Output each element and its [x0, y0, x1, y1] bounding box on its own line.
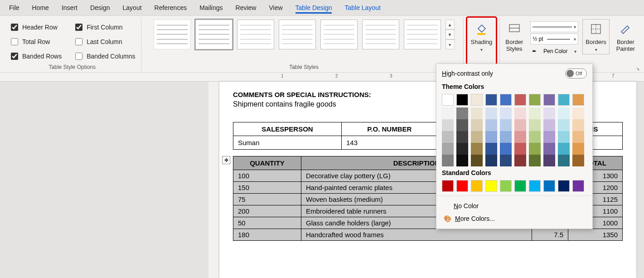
color-swatch[interactable] [471, 94, 483, 106]
color-swatch[interactable] [543, 119, 555, 131]
color-swatch[interactable] [529, 180, 541, 192]
color-swatch[interactable] [485, 119, 497, 131]
border-line-style[interactable]: ▾ [530, 21, 578, 32]
cell[interactable]: 150 [233, 182, 301, 194]
color-swatch[interactable] [456, 119, 468, 131]
color-swatch[interactable] [572, 180, 584, 192]
color-swatch[interactable] [514, 131, 526, 143]
color-swatch[interactable] [514, 107, 526, 119]
color-swatch[interactable] [514, 180, 526, 192]
color-swatch[interactable] [485, 131, 497, 143]
color-swatch[interactable] [529, 143, 541, 155]
dialog-launcher-icon[interactable]: ↘ [636, 66, 639, 71]
cell[interactable]: Handcrafted wood frames [301, 229, 532, 241]
color-swatch[interactable] [471, 107, 483, 119]
color-swatch[interactable] [442, 94, 454, 106]
borders-button[interactable]: Borders ▾ [583, 20, 609, 54]
cell[interactable]: 200 [233, 205, 301, 217]
border-styles-button[interactable]: Border Styles [503, 20, 526, 54]
color-swatch[interactable] [500, 131, 512, 143]
color-swatch[interactable] [543, 107, 555, 119]
color-swatch[interactable] [543, 180, 555, 192]
color-swatch[interactable] [471, 180, 483, 192]
color-swatch[interactable] [442, 155, 454, 166]
tab-insert[interactable]: Insert [55, 2, 84, 14]
color-swatch[interactable] [471, 131, 483, 143]
chk-last-column[interactable]: Last Column [73, 37, 135, 47]
color-swatch[interactable] [558, 119, 570, 131]
color-swatch[interactable] [572, 143, 584, 155]
color-swatch[interactable] [485, 107, 497, 119]
chk-header-row[interactable]: Header Row [9, 22, 62, 32]
table-move-handle-icon[interactable]: ✥ [222, 156, 230, 164]
color-swatch[interactable] [456, 180, 468, 192]
tab-references[interactable]: References [148, 2, 194, 14]
color-swatch[interactable] [500, 155, 512, 166]
cell[interactable]: 75 [233, 194, 301, 205]
color-swatch[interactable] [558, 131, 570, 143]
color-swatch[interactable] [456, 155, 468, 166]
color-swatch[interactable] [442, 131, 454, 143]
color-swatch[interactable] [529, 119, 541, 131]
table-style-6[interactable] [362, 20, 399, 49]
table-style-2[interactable] [195, 20, 232, 49]
color-swatch[interactable] [529, 107, 541, 119]
border-painter-button[interactable]: Border Painter [614, 20, 638, 54]
color-swatch[interactable] [442, 180, 454, 192]
pen-color[interactable]: ✒Pen Color▾ [530, 46, 578, 57]
table-style-7[interactable] [404, 20, 441, 49]
color-swatch[interactable] [471, 143, 483, 155]
cell[interactable]: 100 [233, 170, 301, 182]
color-swatch[interactable] [456, 107, 468, 119]
color-swatch[interactable] [456, 143, 468, 155]
high-contrast-toggle[interactable]: Off [565, 68, 587, 78]
color-swatch[interactable] [558, 94, 570, 106]
color-swatch[interactable] [558, 143, 570, 155]
chk-first-column[interactable]: First Column [73, 22, 135, 32]
color-swatch[interactable] [442, 119, 454, 131]
border-width[interactable]: ½ pt▾ [530, 34, 578, 44]
tab-home[interactable]: Home [26, 2, 55, 14]
table-style-4[interactable] [279, 20, 316, 49]
color-swatch[interactable] [500, 143, 512, 155]
color-swatch[interactable] [471, 155, 483, 166]
color-swatch[interactable] [500, 180, 512, 192]
table-style-5[interactable] [320, 20, 358, 49]
no-color-item[interactable]: No Color [442, 200, 587, 212]
cell[interactable]: 50 [233, 217, 301, 229]
color-swatch[interactable] [543, 155, 555, 166]
color-swatch[interactable] [558, 180, 570, 192]
color-swatch[interactable] [543, 131, 555, 143]
color-swatch[interactable] [471, 119, 483, 131]
color-swatch[interactable] [572, 94, 584, 106]
color-swatch[interactable] [572, 107, 584, 119]
vertical-ruler[interactable] [208, 82, 219, 278]
color-swatch[interactable] [572, 155, 584, 166]
color-swatch[interactable] [543, 94, 555, 106]
tab-file[interactable]: File [3, 2, 26, 14]
chk-banded-rows[interactable]: Banded Rows [9, 51, 62, 61]
color-swatch[interactable] [529, 155, 541, 166]
color-swatch[interactable] [442, 107, 454, 119]
chk-total-row[interactable]: Total Row [9, 37, 62, 47]
color-swatch[interactable] [558, 155, 570, 166]
cell[interactable]: 1350 [568, 229, 623, 241]
table-style-3[interactable] [237, 20, 274, 49]
tab-design[interactable]: Design [84, 2, 116, 14]
tab-mailings[interactable]: Mailings [193, 2, 229, 14]
tab-table-layout[interactable]: Table Layout [338, 2, 387, 14]
color-swatch[interactable] [514, 143, 526, 155]
color-swatch[interactable] [514, 119, 526, 131]
color-swatch[interactable] [529, 94, 541, 106]
td-salesperson[interactable]: Suman [233, 136, 342, 150]
table-style-down-button[interactable]: ▼ [445, 29, 455, 39]
color-swatch[interactable] [500, 119, 512, 131]
tab-table-design[interactable]: Table Design [289, 2, 339, 14]
color-swatch[interactable] [558, 107, 570, 119]
color-swatch[interactable] [456, 94, 468, 106]
color-swatch[interactable] [514, 155, 526, 166]
chk-banded-columns[interactable]: Banded Columns [73, 51, 135, 61]
tab-view[interactable]: View [262, 2, 289, 14]
cell[interactable]: 7.5 [532, 229, 568, 241]
table-style-up-button[interactable]: ▲ [445, 20, 455, 29]
